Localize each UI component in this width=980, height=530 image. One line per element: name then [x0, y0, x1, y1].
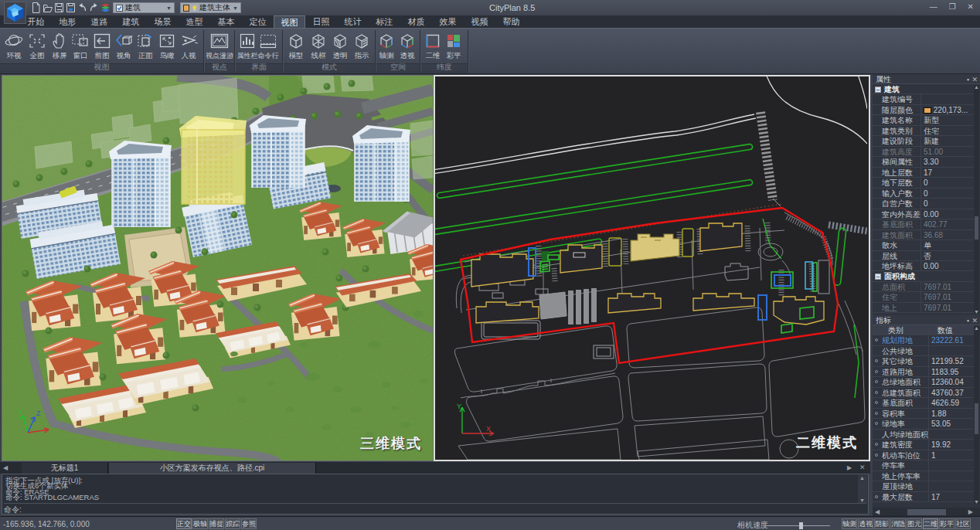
svg-text:Y: Y: [457, 403, 461, 410]
svg-text:X: X: [486, 425, 491, 433]
svg-text:Y: Y: [18, 408, 22, 416]
svg-text:Z: Z: [36, 409, 41, 417]
